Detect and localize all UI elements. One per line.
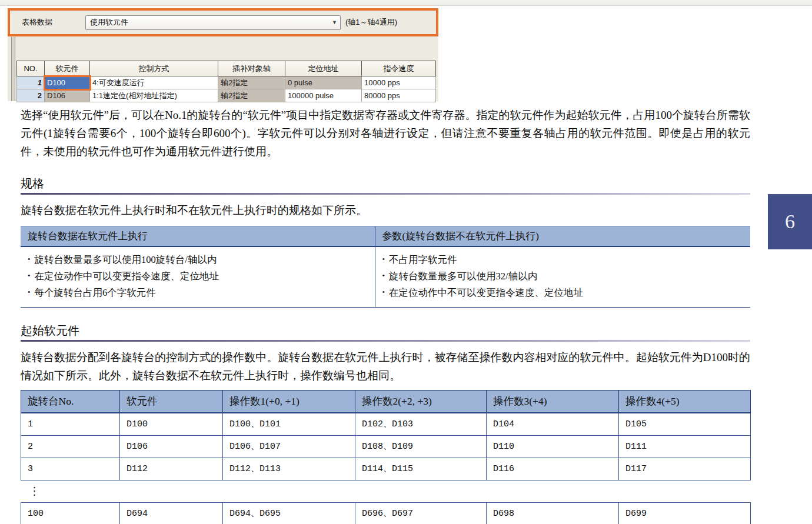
cell-table-no: 3 bbox=[21, 458, 120, 480]
grid-header-address: 定位地址 bbox=[285, 61, 362, 76]
positioning-table-grid: NO. 软元件 控制方式 插补对象轴 定位地址 指令速度 1 D100 4:可变… bbox=[16, 61, 436, 102]
spec-cell-parameter: 不占用字软元件 旋转台数量最多可以使用32/轴以内 在定位动作中不可以变更指令速… bbox=[375, 246, 750, 308]
spec-body-row: 旋转台数量最多可以使用100旋转台/轴以内 在定位动作中可以变更指令速度、定位地… bbox=[21, 246, 750, 308]
spec-item: 旋转台数量最多可以使用100旋转台/轴以内 bbox=[28, 252, 368, 268]
grid-header-row: NO. 软元件 控制方式 插补对象轴 定位地址 指令速度 bbox=[17, 61, 436, 76]
grid-cell-device[interactable]: D106 bbox=[45, 89, 90, 102]
cell-operand3: D110 bbox=[487, 436, 619, 458]
spec-item: 在定位动作中不可以变更指令速度、定位地址 bbox=[382, 285, 744, 301]
cell-device: D112 bbox=[120, 458, 223, 480]
intro-paragraph: 选择“使用软元件”后，可以在No.1的旋转台的“软元件”项目中指定数据寄存器或文… bbox=[21, 106, 750, 161]
spec-header-row: 旋转台数据在软元件上执行 参数(旋转台数据不在软元件上执行) bbox=[21, 226, 750, 247]
grid-header-interp-axis: 插补对象轴 bbox=[218, 61, 285, 76]
grid-cell-interp-axis[interactable]: 轴2指定 bbox=[218, 76, 285, 89]
spec-item: 旋转台数量最多可以使用32/轴以内 bbox=[382, 268, 744, 285]
spec-header-on-device: 旋转台数据在软元件上执行 bbox=[21, 226, 375, 247]
cell-operand2: D114、D115 bbox=[355, 458, 487, 480]
spec-section-intro: 旋转台数据在软元件上执行时和不在软元件上执行时的规格如下所示。 bbox=[21, 201, 750, 219]
grid-cell-address[interactable]: 0 pulse bbox=[285, 76, 362, 89]
cell-operand2: D696、D697 bbox=[355, 503, 487, 524]
operand-header-device: 软元件 bbox=[120, 391, 223, 413]
table-data-dropdown[interactable]: 使用软元件 ▼ bbox=[85, 15, 341, 30]
table-row: 100 D694 D694、D695 D696、D697 D698 D699 bbox=[21, 503, 751, 524]
cell-operand1: D694、D695 bbox=[223, 503, 355, 524]
cell-operand1: D100、D101 bbox=[223, 413, 355, 436]
grid-cell-address[interactable]: 100000 pulse bbox=[285, 89, 362, 102]
cell-device: D694 bbox=[120, 503, 223, 524]
operand-header-operand3: 操作数3(+4) bbox=[487, 391, 619, 413]
grid-cell-control[interactable]: 4:可变速度运行 bbox=[90, 76, 218, 89]
grid-cell-speed[interactable]: 80000 pps bbox=[362, 89, 436, 102]
cell-operand2: D102、D103 bbox=[355, 413, 487, 436]
cell-table-no: 2 bbox=[21, 436, 120, 458]
cell-operand3: D116 bbox=[487, 458, 619, 480]
operand-header-operand2: 操作数2(+2, +3) bbox=[355, 391, 487, 413]
spec-section-heading: 规格 bbox=[21, 176, 750, 195]
start-device-section-intro: 旋转台数据分配到各旋转台的控制方式的操作数中。旋转台数据在软元件上执行时，被存储… bbox=[21, 348, 750, 385]
grid-cell-device-selected[interactable]: D100 bbox=[45, 76, 90, 89]
spec-item: 在定位动作中可以变更指令速度、定位地址 bbox=[28, 268, 368, 285]
spec-cell-on-device: 旋转台数量最多可以使用100旋转台/轴以内 在定位动作中可以变更指令速度、定位地… bbox=[21, 246, 375, 308]
grid-header-device: 软元件 bbox=[45, 61, 90, 76]
document-content: 选择“使用软元件”后，可以在No.1的旋转台的“软元件”项目中指定数据寄存器或文… bbox=[21, 106, 750, 524]
cell-operand4: D111 bbox=[619, 436, 751, 458]
cell-operand4: D699 bbox=[619, 503, 751, 524]
grid-cell-interp-axis[interactable]: 轴2指定 bbox=[218, 89, 285, 102]
cell-table-no: 100 bbox=[21, 503, 120, 524]
cell-device: D106 bbox=[120, 436, 223, 458]
table-data-label: 表格数据 bbox=[22, 17, 85, 28]
operand-header-row: 旋转台No. 软元件 操作数1(+0, +1) 操作数2(+2, +3) 操作数… bbox=[21, 391, 751, 413]
grid-cell-no[interactable]: 2 bbox=[17, 89, 45, 102]
grid-cell-control[interactable]: 1:1速定位(相对地址指定) bbox=[90, 89, 218, 102]
chevron-down-icon: ▼ bbox=[332, 20, 337, 25]
cell-operand1: D106、D107 bbox=[223, 436, 355, 458]
dropdown-selected-value: 使用软元件 bbox=[90, 17, 128, 28]
dialog-left-scroll-strip bbox=[11, 37, 15, 101]
cell-table-no: 1 bbox=[21, 413, 120, 436]
cell-operand3: D698 bbox=[487, 503, 619, 524]
grid-row-1: 1 D100 4:可变速度运行 轴2指定 0 pulse 10000 pps bbox=[17, 76, 436, 89]
cell-operand4: D105 bbox=[619, 413, 751, 436]
spec-comparison-table: 旋转台数据在软元件上执行 参数(旋转台数据不在软元件上执行) 旋转台数量最多可以… bbox=[21, 226, 750, 308]
table-row: 3 D112 D112、D113 D114、D115 D116 D117 bbox=[21, 458, 751, 480]
table-row: 1 D100 D100、D101 D102、D103 D104 D105 bbox=[21, 413, 751, 436]
grid-cell-no[interactable]: 1 bbox=[17, 76, 45, 89]
chapter-tab: 6 bbox=[768, 194, 812, 249]
window-top-bar bbox=[0, 0, 812, 6]
operand-header-operand4: 操作数4(+5) bbox=[619, 391, 751, 413]
ellipsis-cell: ⋮ bbox=[21, 480, 751, 503]
spec-item: 不占用字软元件 bbox=[382, 252, 744, 268]
cell-operand2: D108、D109 bbox=[355, 436, 487, 458]
operand-assignment-table: 旋转台No. 软元件 操作数1(+0, +1) 操作数2(+2, +3) 操作数… bbox=[21, 390, 751, 524]
grid-header-control: 控制方式 bbox=[90, 61, 218, 76]
cell-operand4: D117 bbox=[619, 458, 751, 480]
spec-item: 每个旋转台占用6个字软元件 bbox=[28, 285, 368, 301]
spec-header-parameter: 参数(旋转台数据不在软元件上执行) bbox=[375, 226, 750, 247]
table-row: 2 D106 D106、D107 D108、D109 D110 D111 bbox=[21, 436, 751, 458]
operand-header-table-no: 旋转台No. bbox=[21, 391, 120, 413]
operand-header-operand1: 操作数1(+0, +1) bbox=[223, 391, 355, 413]
grid-cell-speed[interactable]: 10000 pps bbox=[362, 76, 436, 89]
cell-device: D100 bbox=[120, 413, 223, 436]
cell-operand3: D104 bbox=[487, 413, 619, 436]
grid-header-no: NO. bbox=[17, 61, 45, 76]
orange-highlight-box: 表格数据 使用软元件 ▼ (轴1～轴4通用) bbox=[8, 8, 438, 36]
cell-operand1: D112、D113 bbox=[223, 458, 355, 480]
software-screenshot: 表格数据 使用软元件 ▼ (轴1～轴4通用) NO. 软元件 控制方式 插补对象… bbox=[8, 8, 438, 101]
start-device-section-heading: 起始软元件 bbox=[21, 323, 750, 342]
grid-header-speed: 指令速度 bbox=[362, 61, 436, 76]
table-row-ellipsis: ⋮ bbox=[21, 480, 751, 503]
grid-row-2: 2 D106 1:1速定位(相对地址指定) 轴2指定 100000 pulse … bbox=[17, 89, 436, 102]
axis-common-note: (轴1～轴4通用) bbox=[345, 17, 397, 28]
